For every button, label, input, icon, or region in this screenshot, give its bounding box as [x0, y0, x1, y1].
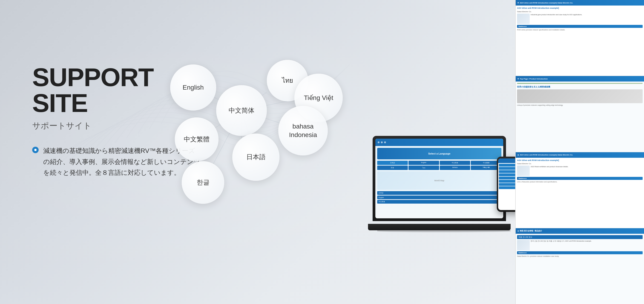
screen-nav-dot-1 [378, 141, 380, 143]
screen-banner-text: Select a Language [428, 152, 450, 155]
sc3-subtitle: Sakai Electric Co. [517, 163, 642, 165]
language-bubble-english[interactable]: English [170, 65, 216, 110]
sc1-product-image [517, 14, 530, 24]
sc1-nav-dot [518, 2, 519, 4]
sc4-product-row: 한국 산업 전시회 정보 및 제품 소개 내용입니다. AGV unit RVW… [517, 240, 642, 250]
sc3-header-text: AGV drive unit RVW Introduction example]… [520, 154, 573, 156]
sc1-header-text: AGV drive unit RVW Introduction example]… [520, 2, 573, 4]
sc1-title: AGV drive unit RVW Introduction example] [517, 7, 642, 10]
screenshot-card-1: AGV drive unit RVW Introduction example]… [515, 0, 644, 76]
screenshot-card-4: 韓国 展示会情報 / 製品紹介 제품 전시회 정보 한국 산업 전시회 정보 및… [515, 228, 644, 304]
laptop-mockup: Select a Language 日本語 English 中文简体 中文繁體 … [372, 133, 506, 230]
sc4-nav-dot [518, 230, 519, 232]
sc1-nablesco-logo: Nablesco [517, 25, 642, 28]
screenshot-card-3: AGV drive unit RVW Introduction example]… [515, 152, 644, 228]
screen-list-item-3: 中文简体 [377, 200, 502, 204]
sc3-product-image [517, 166, 530, 176]
sc2-header-text: Top Page / Product Introduction [520, 78, 548, 80]
laptop-base-shadow [377, 230, 510, 232]
sc1-subtitle: Sakai Electric Co. [517, 11, 642, 13]
sc4-header-text: 韓国 展示会情報 / 製品紹介 [520, 230, 542, 232]
language-bubble-korean[interactable]: 한글 [182, 161, 224, 204]
language-label-vietnamese: Tiếng Việt [304, 94, 333, 102]
screen-lang-btn-th[interactable]: ไทย [408, 166, 439, 170]
laptop-screen: Select a Language 日本語 English 中文简体 中文繁體 … [375, 139, 503, 218]
language-label-chinese-trad: 中文繁體 [184, 135, 210, 143]
sc2-green-bar [517, 83, 642, 84]
screen-lang-btn-jp[interactable]: 日本語 [377, 161, 408, 165]
sc4-header: 韓国 展示会情報 / 製品紹介 [516, 228, 644, 234]
screen-lang-btn-ko[interactable]: 한글 [377, 166, 408, 170]
screen-lang-btn-id[interactable]: bahasa [440, 166, 470, 170]
sc2-header: Top Page / Product Introduction [516, 76, 644, 82]
sc4-nablesco-logo: Nablesco [517, 251, 642, 254]
language-label-bahasa: bahasaIndonesia [289, 122, 317, 139]
laptop-screen-header [375, 139, 503, 146]
screen-list-items: 日本語 English 中文简体 [377, 191, 502, 204]
sc1-body-text: RVW series precision reducer specificati… [517, 29, 642, 31]
sc2-nav-dot [518, 78, 519, 79]
sc4-product-image [517, 240, 530, 250]
devices-area: Select a Language 日本語 English 中文简体 中文繁體 … [372, 37, 515, 230]
sc2-content: 世界の先端技術を支える精密減速機 Lineup of precision red… [516, 82, 644, 107]
sc3-nav-dot [518, 154, 519, 156]
language-bubbles-area: English 中文简体 ไทย Tiếng Việt 中文繁體 bahasaI… [129, 19, 336, 244]
language-label-korean: 한글 [197, 178, 210, 187]
bullet-icon [32, 147, 39, 153]
sc3-nablesco-logo: Nablesco [517, 177, 642, 180]
language-bubble-chinese-simple[interactable]: 中文简体 [216, 85, 267, 136]
sc3-product-row: 2023 Robot exhibition and product showca… [517, 166, 642, 176]
sc2-main-image [517, 89, 642, 103]
sc3-product-desc: 2023 Robot exhibition and product showca… [530, 166, 568, 176]
screenshots-column: AGV drive unit RVW Introduction example]… [515, 0, 644, 304]
screen-world-map: World Map [377, 171, 502, 190]
screen-list-item-2: English [377, 196, 502, 199]
sc3-title: AGV drive unit RVW Introduction example] [517, 159, 642, 162]
screen-nav-dot-3 [384, 141, 386, 143]
language-bubble-chinese-trad[interactable]: 中文繁體 [175, 117, 218, 161]
sc3-body-text: Unit LI Reduction product information an… [517, 181, 642, 183]
sc4-body-text: Sakai Electric Co. precision reducer ins… [517, 255, 642, 257]
screen-language-buttons: 日本語 English 中文简体 中文繁體 한글 ไทย bahasa Tiến… [377, 161, 502, 170]
sc3-content: AGV drive unit RVW Introduction example]… [516, 158, 644, 185]
sc1-content: AGV drive unit RVW Introduction example]… [516, 6, 644, 32]
language-label-chinese-simple: 中文简体 [228, 106, 254, 115]
sc4-blue-banner: 제품 전시회 정보 [517, 235, 642, 239]
sc1-product-desc: Industrial gear product introduction and… [530, 14, 582, 24]
laptop-base [368, 224, 510, 230]
language-label-japanese: 日本語 [246, 153, 266, 161]
sc1-product-row: Industrial gear product introduction and… [517, 14, 642, 24]
sc1-header: AGV drive unit RVW Introduction example]… [516, 0, 644, 6]
sc4-content: 제품 전시회 정보 한국 산업 전시회 정보 및 제품 소개 내용입니다. AG… [516, 234, 644, 259]
language-label-english: English [182, 83, 204, 92]
screen-lang-btn-en[interactable]: English [408, 161, 439, 165]
sc2-body-text: Lineup of precision reducers supporting … [517, 104, 642, 106]
screen-lang-btn-zh-s[interactable]: 中文简体 [440, 161, 470, 165]
language-bubble-japanese[interactable]: 日本語 [232, 133, 280, 181]
laptop-screen-body: Select a Language 日本語 English 中文简体 中文繁體 … [375, 146, 503, 205]
sc2-title: 世界の先端技術を支える精密減速機 [517, 86, 642, 88]
sc4-product-desc: 한국 산업 전시회 정보 및 제품 소개 내용입니다. AGV unit RVW… [530, 240, 592, 250]
laptop-screen-content: Select a Language 日本語 English 中文简体 中文繁體 … [375, 139, 503, 218]
laptop-body: Select a Language 日本語 English 中文简体 中文繁體 … [372, 136, 506, 221]
language-label-thai: ไทย [282, 76, 293, 85]
screen-map-placeholder: World Map [434, 179, 444, 182]
screen-select-language-banner: Select a Language [377, 148, 502, 159]
sc3-header: AGV drive unit RVW Introduction example]… [516, 152, 644, 158]
language-bubble-bahasa[interactable]: bahasaIndonesia [278, 106, 328, 156]
screenshot-card-2: Top Page / Product Introduction 世界の先端技術を… [515, 76, 644, 152]
screen-nav-dot-2 [381, 141, 383, 143]
screen-list-item-1: 日本語 [377, 191, 502, 195]
